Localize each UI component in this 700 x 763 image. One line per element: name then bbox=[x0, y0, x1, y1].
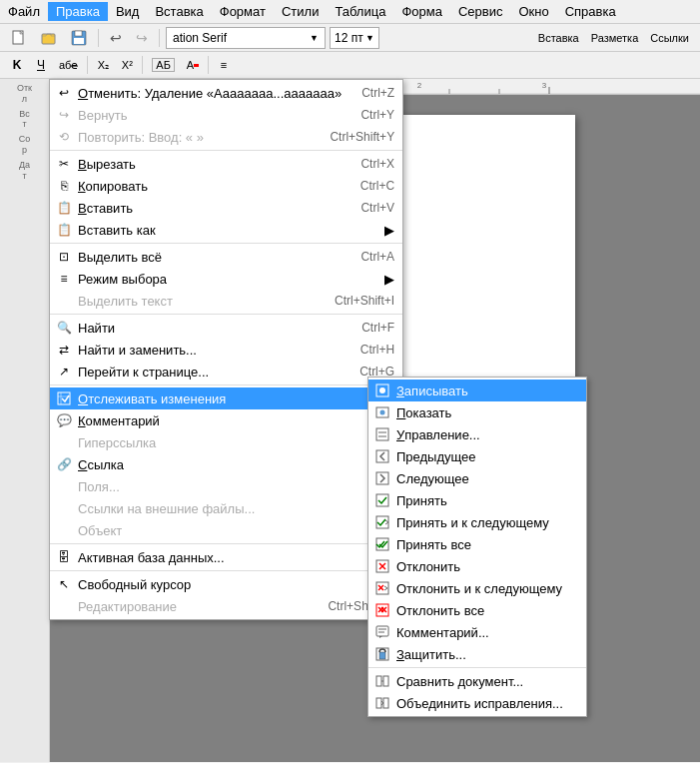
submenu-compare[interactable]: Сравнить документ... bbox=[368, 670, 586, 692]
sidebar-left: Откл Вст Cop Дат bbox=[0, 79, 50, 762]
svg-marker-47 bbox=[379, 636, 382, 638]
selection-mode-arrow: ▶ bbox=[364, 272, 394, 287]
svg-text:3: 3 bbox=[542, 81, 547, 90]
menu-cut[interactable]: ✂ Вырезать Ctrl+X bbox=[50, 153, 402, 175]
merge-icon bbox=[372, 696, 392, 710]
underline-btn[interactable]: Ч bbox=[30, 54, 52, 76]
font-color-btn[interactable]: А bbox=[182, 54, 204, 76]
submenu-next[interactable]: Следующее bbox=[368, 467, 586, 489]
menu-select-all[interactable]: ⊡ Выделить всё Ctrl+A bbox=[50, 246, 402, 268]
menu-goto[interactable]: ↗ Перейти к странице... Ctrl+G bbox=[50, 361, 402, 382]
manage-icon bbox=[372, 427, 392, 441]
submenu-comment[interactable]: Комментарий... bbox=[368, 621, 586, 643]
menu-undo[interactable]: ↩ Отменить: Удаление «Аааааааа...ааааааа… bbox=[50, 82, 402, 104]
strikethrough-btn[interactable]: абе̶ bbox=[54, 54, 83, 76]
font-size-input[interactable]: 12 пт ▼ bbox=[330, 27, 379, 49]
redo-icon: ↪ bbox=[54, 108, 74, 122]
toolbar-new[interactable] bbox=[6, 27, 32, 49]
menu-view[interactable]: Вид bbox=[108, 2, 148, 21]
menu-form[interactable]: Форма bbox=[393, 2, 450, 21]
free-cursor-icon: ↖ bbox=[54, 577, 74, 591]
submenu-manage[interactable]: Управление... bbox=[368, 423, 586, 445]
svg-rect-52 bbox=[376, 676, 381, 686]
reject-icon bbox=[372, 559, 392, 573]
submenu-accept[interactable]: Принять bbox=[368, 489, 586, 511]
accept-next-icon bbox=[372, 515, 392, 529]
submenu-previous[interactable]: Предыдущее bbox=[368, 445, 586, 467]
menu-track-changes[interactable]: Отслеживать изменения ▶ bbox=[50, 387, 402, 409]
protect-icon bbox=[372, 647, 392, 661]
menu-comment[interactable]: 💬 Комментарий ▶ bbox=[50, 409, 402, 431]
menu-redo[interactable]: ↪ Вернуть Ctrl+Y bbox=[50, 104, 402, 126]
submenu-show[interactable]: Показать bbox=[368, 401, 586, 423]
menu-help[interactable]: Справка bbox=[557, 2, 624, 21]
track-submenu-container: Записывать Показать bbox=[367, 377, 587, 717]
cut-icon: ✂ bbox=[54, 157, 74, 171]
menu-select-text[interactable]: Выделить текст Ctrl+Shift+I bbox=[50, 290, 402, 312]
submenu-reject-all[interactable]: Отклонить все bbox=[368, 599, 586, 621]
menu-paste-special[interactable]: 📋 Вставить как ▶ bbox=[50, 219, 402, 241]
menu-find-replace[interactable]: ⇄ Найти и заменить... Ctrl+H bbox=[50, 339, 402, 361]
link-icon: 🔗 bbox=[54, 457, 74, 471]
submenu-reject[interactable]: Отклонить bbox=[368, 555, 586, 577]
menu-window[interactable]: Окно bbox=[510, 2, 556, 21]
font-name-input[interactable]: ation Serif ▼ bbox=[166, 27, 326, 49]
toolbar-undo[interactable]: ↩ bbox=[105, 27, 127, 49]
svg-rect-30 bbox=[376, 450, 388, 462]
menu-copy[interactable]: ⎘ Копировать Ctrl+C bbox=[50, 175, 402, 197]
svg-point-24 bbox=[379, 387, 385, 393]
goto-icon: ↗ bbox=[54, 365, 74, 379]
submenu-accept-all[interactable]: Принять все bbox=[368, 533, 586, 555]
menu-fields[interactable]: Поля... bbox=[50, 475, 402, 497]
menu-service[interactable]: Сервис bbox=[450, 2, 511, 21]
menu-edit[interactable]: Правка bbox=[48, 2, 108, 21]
toolbar-save[interactable] bbox=[66, 27, 92, 49]
toolbar-open[interactable] bbox=[36, 27, 62, 49]
menu-hyperlink[interactable]: Гиперссылка bbox=[50, 431, 402, 453]
menu-insert[interactable]: Вставка bbox=[147, 2, 211, 21]
svg-text:2: 2 bbox=[417, 81, 422, 90]
tab-links[interactable]: Ссылки bbox=[645, 27, 694, 49]
submenu-accept-next[interactable]: Принять и к следующему bbox=[368, 511, 586, 533]
toolbar-redo[interactable]: ↪ bbox=[131, 27, 153, 49]
copy-icon: ⎘ bbox=[54, 179, 74, 193]
bold-btn[interactable]: K bbox=[6, 54, 28, 76]
menu-object[interactable]: Объект ▶ bbox=[50, 519, 402, 541]
menu-free-cursor[interactable]: ↖ Свободный курсор bbox=[50, 573, 402, 595]
next-icon bbox=[372, 471, 392, 485]
menu-paste[interactable]: 📋 Вставить Ctrl+V bbox=[50, 197, 402, 219]
separator-1 bbox=[50, 150, 402, 151]
previous-icon bbox=[372, 449, 392, 463]
accept-icon bbox=[372, 493, 392, 507]
menu-editing[interactable]: Редактирование Ctrl+Shift+M bbox=[50, 595, 402, 617]
find-replace-icon: ⇄ bbox=[54, 343, 74, 357]
menu-file[interactable]: Файл bbox=[0, 2, 48, 21]
menu-find[interactable]: 🔍 Найти Ctrl+F bbox=[50, 317, 402, 339]
tab-insert[interactable]: Вставка bbox=[533, 27, 584, 49]
menu-link[interactable]: 🔗 Ссылка ▶ bbox=[50, 453, 402, 475]
sidebar-item-3: Cop bbox=[19, 134, 31, 156]
submenu-record[interactable]: Записывать bbox=[368, 380, 586, 401]
menu-repeat[interactable]: ⟲ Повторить: Ввод: « » Ctrl+Shift+Y bbox=[50, 126, 402, 148]
superscript-btn[interactable]: X² bbox=[116, 54, 138, 76]
menu-database[interactable]: 🗄 Активная база данных... bbox=[50, 546, 402, 568]
svg-rect-56 bbox=[383, 698, 388, 708]
menu-table[interactable]: Таблица bbox=[327, 2, 393, 21]
menu-selection-mode[interactable]: ≡ Режим выбора ▶ bbox=[50, 268, 402, 290]
highlight-btn[interactable]: АБ bbox=[147, 54, 180, 76]
subscript-btn[interactable]: X₂ bbox=[92, 54, 114, 76]
track-changes-icon bbox=[54, 391, 74, 405]
menu-external-links[interactable]: Ссылки на внешние файлы... bbox=[50, 497, 402, 519]
submenu-merge[interactable]: Объединить исправления... bbox=[368, 692, 586, 714]
submenu-protect[interactable]: Защитить... bbox=[368, 643, 586, 665]
align-right-btn[interactable]: ≡ bbox=[213, 54, 235, 76]
menu-format[interactable]: Формат bbox=[212, 2, 274, 21]
sidebar-item-2: Вст bbox=[19, 109, 30, 131]
selection-mode-icon: ≡ bbox=[54, 272, 74, 286]
submenu-reject-next[interactable]: Отклонить и к следующему bbox=[368, 577, 586, 599]
menu-styles[interactable]: Стили bbox=[274, 2, 327, 21]
svg-rect-53 bbox=[383, 676, 388, 686]
tab-layout[interactable]: Разметка bbox=[586, 27, 644, 49]
repeat-icon: ⟲ bbox=[54, 130, 74, 144]
paste-icon: 📋 bbox=[54, 201, 74, 215]
